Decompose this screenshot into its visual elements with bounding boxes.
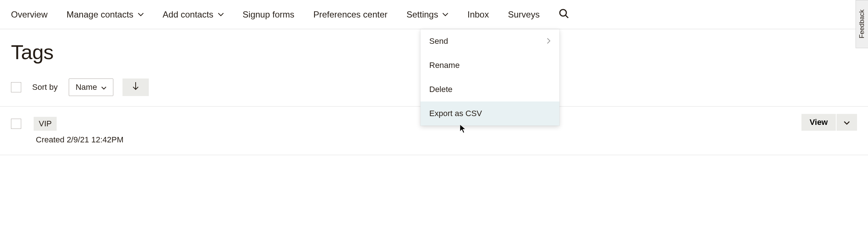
nav-manage-contacts[interactable]: Manage contacts [67,9,144,20]
menu-item-send[interactable]: Send [420,29,559,53]
view-button[interactable]: View [801,114,836,131]
nav-settings[interactable]: Settings [407,9,449,20]
nav-manage-contacts-label: Manage contacts [67,9,133,20]
menu-item-export-csv-label: Export as CSV [429,109,482,118]
nav-inbox[interactable]: Inbox [467,9,489,20]
row-checkbox[interactable] [11,119,21,129]
menu-item-send-label: Send [429,37,448,46]
search-button[interactable] [559,8,569,21]
sort-direction-button[interactable] [122,78,149,96]
nav-signup-forms-label: Signup forms [243,9,294,20]
menu-item-export-csv[interactable]: Export as CSV [420,101,559,126]
feedback-label: Feedback [858,9,866,38]
nav-surveys-label: Surveys [508,9,540,20]
nav-surveys[interactable]: Surveys [508,9,540,20]
nav-overview[interactable]: Overview [11,9,48,20]
arrow-down-icon [132,82,139,93]
menu-item-rename[interactable]: Rename [420,53,559,77]
sort-field-select[interactable]: Name [69,78,114,96]
nav-preferences-center[interactable]: Preferences center [313,9,388,20]
nav-signup-forms[interactable]: Signup forms [243,9,294,20]
svg-line-1 [566,15,568,18]
actions-dropdown: Send Rename Delete Export as CSV [420,29,559,126]
menu-item-delete-label: Delete [429,85,453,94]
chevron-down-icon [218,13,224,16]
menu-item-rename-label: Rename [429,61,460,70]
chevron-down-icon [442,13,448,16]
row-actions: View [801,114,857,131]
menu-item-delete[interactable]: Delete [420,77,559,101]
row-more-button[interactable] [837,114,857,131]
nav-add-contacts[interactable]: Add contacts [163,9,224,20]
chevron-right-icon [547,37,551,46]
nav-inbox-label: Inbox [467,9,489,20]
nav-settings-label: Settings [407,9,438,20]
nav-add-contacts-label: Add contacts [163,9,214,20]
select-all-checkbox[interactable] [11,82,21,92]
chevron-down-icon [101,83,106,92]
tag-created-label: Created 2/9/21 12:42PM [36,135,857,145]
svg-point-0 [560,9,566,16]
nav-overview-label: Overview [11,9,48,20]
sort-field-value: Name [76,83,97,92]
feedback-tab[interactable]: Feedback [856,0,868,48]
tag-name-chip[interactable]: VIP [34,117,57,131]
sort-by-label: Sort by [32,83,58,92]
top-nav: Overview Manage contacts Add contacts Si… [0,0,868,29]
chevron-down-icon [844,118,850,127]
chevron-down-icon [138,13,144,16]
search-icon [559,8,569,21]
nav-preferences-center-label: Preferences center [313,9,388,20]
